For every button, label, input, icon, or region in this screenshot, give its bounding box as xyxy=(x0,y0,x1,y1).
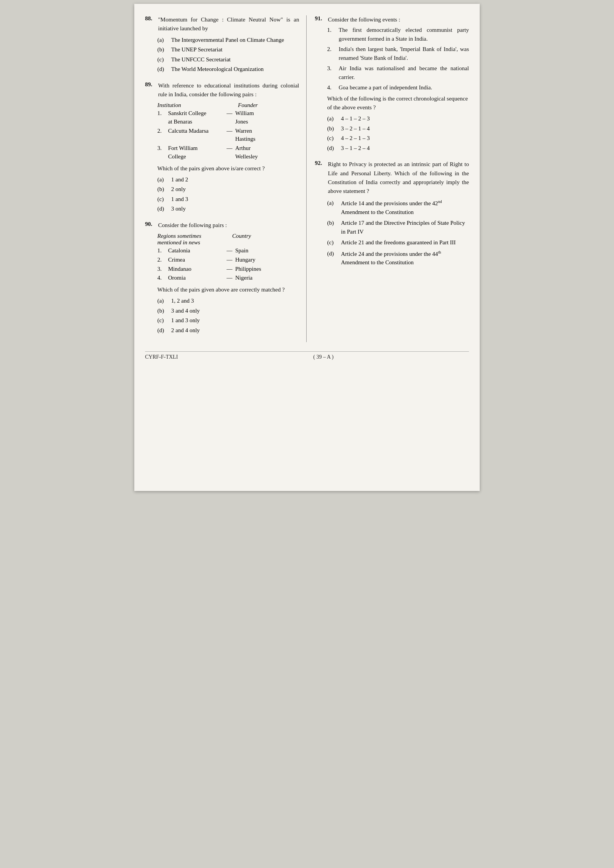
table-row: 4. Oromia — Nigeria xyxy=(157,274,299,282)
footer-left: CYRF-F-TXLI xyxy=(145,354,178,360)
q88-option-a: (a) The Intergovernmental Panel on Clima… xyxy=(157,36,299,44)
q90-option-b: (b) 3 and 4 only xyxy=(157,306,299,315)
q90-text: Consider the following pairs : xyxy=(158,221,227,230)
left-column: 88. "Momentum for Change : Climate Neutr… xyxy=(145,15,307,342)
q88-option-c: (c) The UNFCCC Secretariat xyxy=(157,55,299,64)
q90-options: (a) 1, 2 and 3 (b) 3 and 4 only (c) 1 an… xyxy=(157,296,299,334)
q88-number: 88. xyxy=(145,15,156,33)
table-row: 1. Sanskrit Collegeat Benaras — WilliamJ… xyxy=(157,109,299,126)
q89-option-a: (a) 1 and 2 xyxy=(157,175,299,184)
question-92: 92. Right to Privacy is protected as an … xyxy=(315,160,469,267)
q89-options: (a) 1 and 2 (b) 2 only (c) 1 and 3 (d) 3… xyxy=(157,175,299,213)
q92-options: (a) Article 14 and the provisions under … xyxy=(327,199,469,267)
footer-center: ( 39 – A ) xyxy=(313,354,333,360)
q90-option-c: (c) 1 and 3 only xyxy=(157,316,299,325)
q89-table: Institution Founder 1. Sanskrit Collegea… xyxy=(157,102,299,161)
q90-sub-question: Which of the pairs given above are corre… xyxy=(157,287,285,293)
q92-option-a: (a) Article 14 and the provisions under … xyxy=(327,199,469,216)
question-91: 91. Consider the following events : 1. T… xyxy=(315,15,469,152)
q92-number: 92. xyxy=(315,160,326,196)
q92-option-b: (b) Article 17 and the Directive Princip… xyxy=(327,219,469,236)
q92-text: Right to Privacy is protected as an intr… xyxy=(328,160,469,196)
q92-option-c: (c) Article 21 and the freedoms guarante… xyxy=(327,238,469,247)
question-90: 90. Consider the following pairs : Regio… xyxy=(145,221,299,335)
q91-option-b: (b) 3 – 2 – 1 – 4 xyxy=(327,124,469,133)
exam-page: 88. "Momentum for Change : Climate Neutr… xyxy=(134,4,480,491)
page-footer: CYRF-F-TXLI ( 39 – A ) xyxy=(145,351,469,360)
question-88: 88. "Momentum for Change : Climate Neutr… xyxy=(145,15,299,74)
q89-option-d: (d) 3 only xyxy=(157,204,299,213)
table-row: 3. Fort WilliamCollege — ArthurWellesley xyxy=(157,144,299,161)
q89-text: With reference to educational institutio… xyxy=(158,81,299,99)
q91-text: Consider the following events : xyxy=(328,15,400,24)
table-row: 1. Catalonia — Spain xyxy=(157,247,299,255)
q91-items: 1. The first democratically elected comm… xyxy=(327,26,469,92)
q88-option-b: (b) The UNEP Secretariat xyxy=(157,45,299,54)
list-item: 2. India's then largest bank, 'Imperial … xyxy=(327,45,469,62)
list-item: 3. Air India was nationalised and became… xyxy=(327,64,469,81)
question-89: 89. With reference to educational instit… xyxy=(145,81,299,213)
q91-sub-question: Which of the following is the correct ch… xyxy=(327,96,468,110)
q92-option-d: (d) Article 24 and the provisions under … xyxy=(327,249,469,267)
table-row: 2. Calcutta Madarsa — WarrenHastings xyxy=(157,127,299,144)
list-item: 1. The first democratically elected comm… xyxy=(327,26,469,43)
list-item: 4. Goa became a part of independent Indi… xyxy=(327,83,469,92)
q90-option-d: (d) 2 and 4 only xyxy=(157,326,299,335)
table-row: 3. Mindanao — Philippines xyxy=(157,265,299,273)
q90-table: Regions sometimesmentioned in news Count… xyxy=(157,233,299,282)
q89-option-c: (c) 1 and 3 xyxy=(157,195,299,204)
q90-option-a: (a) 1, 2 and 3 xyxy=(157,296,299,305)
q91-option-a: (a) 4 – 1 – 2 – 3 xyxy=(327,114,469,123)
q91-option-c: (c) 4 – 2 – 1 – 3 xyxy=(327,134,469,143)
q88-options: (a) The Intergovernmental Panel on Clima… xyxy=(157,36,299,74)
q91-option-d: (d) 3 – 1 – 2 – 4 xyxy=(327,144,469,153)
right-column: 91. Consider the following events : 1. T… xyxy=(307,15,469,342)
q91-number: 91. xyxy=(315,15,326,24)
table-row: 2. Crimea — Hungary xyxy=(157,256,299,264)
q89-sub-question: Which of the pairs given above is/are co… xyxy=(157,165,265,171)
q88-option-d: (d) The World Meteorological Organizatio… xyxy=(157,65,299,74)
q90-number: 90. xyxy=(145,221,156,230)
q91-options: (a) 4 – 1 – 2 – 3 (b) 3 – 2 – 1 – 4 (c) … xyxy=(327,114,469,152)
q89-option-b: (b) 2 only xyxy=(157,185,299,194)
q89-number: 89. xyxy=(145,81,156,99)
q88-text: "Momentum for Change : Climate Neutral N… xyxy=(158,15,299,33)
